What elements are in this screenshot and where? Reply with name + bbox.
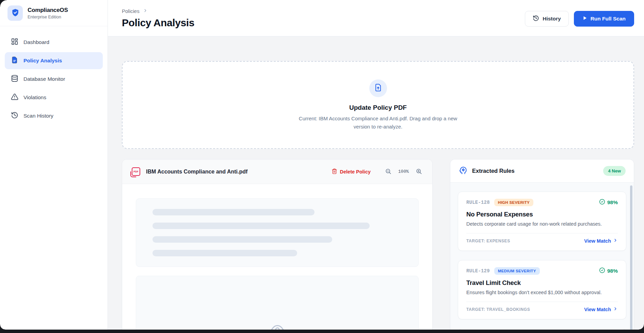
pdf-page-skeleton — [136, 276, 419, 333]
sidebar: ComplianceOS Enterprise Edition Dashboar… — [0, 0, 108, 333]
history-icon — [11, 111, 18, 120]
brand: ComplianceOS Enterprise Edition — [0, 0, 108, 26]
rule-target: TARGET: EXPENSES — [466, 239, 510, 243]
alert-triangle-icon — [11, 93, 18, 102]
breadcrumb-policies[interactable]: Policies — [122, 8, 140, 14]
chevron-right-icon — [613, 306, 618, 312]
window-corner — [0, 324, 5, 330]
file-upload-icon — [374, 84, 382, 93]
divider — [466, 233, 618, 233]
zoom-out-icon — [385, 168, 391, 176]
window-corner — [0, 0, 7, 7]
rule-title: No Personal Expenses — [466, 211, 618, 218]
confidence-score: 98% — [599, 199, 618, 206]
delete-policy-button[interactable]: Delete Policy — [332, 168, 371, 175]
divider — [466, 302, 618, 302]
new-rules-badge: 4 New — [603, 166, 626, 176]
severity-badge: MEDIUM SEVERITY — [494, 267, 540, 275]
sidebar-item-policy-analysis[interactable]: Policy Analysis — [5, 52, 103, 69]
file-text-icon — [11, 56, 18, 65]
sidebar-item-scan-history[interactable]: Scan History — [5, 107, 103, 124]
rules-panel-title: Extracted Rules — [472, 168, 598, 174]
ai-brain-icon — [458, 166, 467, 176]
skeleton-line — [152, 223, 370, 229]
history-button[interactable]: History — [525, 11, 568, 27]
page-title: Policy Analysis — [122, 17, 194, 29]
pdf-viewer-toolbar: PDF IBM Accounts Compliance and Anti.pdf… — [122, 160, 432, 184]
rule-description: Detects corporate card usage for non-wor… — [466, 221, 618, 228]
rule-card: RULE-128 HIGH SEVERITY 98% No Personal E… — [458, 192, 626, 251]
sidebar-item-violations[interactable]: Violations — [5, 89, 103, 106]
app-window: ComplianceOS Enterprise Edition Dashboar… — [0, 0, 644, 333]
sidebar-item-database-monitor[interactable]: Database Monitor — [5, 71, 103, 88]
extracted-rules-panel: Extracted Rules 4 New RULE-128 HIGH SEVE… — [450, 159, 634, 333]
confidence-score: 98% — [599, 267, 618, 275]
sidebar-item-label: Database Monitor — [23, 76, 65, 82]
confidence-value: 98% — [607, 199, 618, 206]
run-full-scan-label: Run Full Scan — [591, 16, 626, 22]
main-area: Policies Policy Analysis History — [108, 0, 644, 333]
rules-panel-header: Extracted Rules 4 New — [450, 160, 634, 183]
sidebar-nav: Dashboard Policy Analysis Database Monit… — [0, 26, 108, 133]
app-edition: Enterprise Edition — [28, 15, 68, 19]
severity-badge: HIGH SEVERITY — [494, 199, 533, 206]
view-match-label: View Match — [584, 307, 611, 312]
window-bottom-edge — [0, 330, 644, 333]
sidebar-item-dashboard[interactable]: Dashboard — [5, 34, 103, 51]
upload-dropzone[interactable]: Update Policy PDF Current: IBM Accounts … — [122, 61, 634, 149]
view-match-link[interactable]: View Match — [584, 306, 618, 312]
pdf-file-icon: PDF — [132, 167, 140, 176]
chevron-right-icon — [613, 238, 618, 244]
delete-policy-label: Delete Policy — [340, 169, 371, 175]
sidebar-item-label: Policy Analysis — [23, 58, 62, 64]
history-icon — [533, 15, 539, 23]
window-corner — [639, 324, 644, 330]
sidebar-item-label: Dashboard — [23, 39, 49, 45]
run-full-scan-button[interactable]: Run Full Scan — [574, 11, 634, 27]
dropzone-title: Update Policy PDF — [349, 104, 407, 111]
view-match-label: View Match — [584, 238, 611, 244]
zoom-in-icon — [416, 168, 422, 176]
database-icon — [11, 75, 18, 84]
play-icon — [582, 16, 587, 22]
rule-card: RULE-129 MEDIUM SEVERITY 98% Travel Limi… — [458, 260, 626, 319]
dashboard-icon — [11, 38, 18, 47]
rule-target: TARGET: TRAVEL_BOOKINGS — [466, 307, 530, 312]
sidebar-item-label: Violations — [23, 94, 46, 101]
shield-check-icon — [11, 8, 20, 18]
dropzone-description: Current: IBM Accounts Compliance and Ant… — [298, 115, 458, 131]
sidebar-item-label: Scan History — [23, 113, 53, 119]
confidence-value: 98% — [607, 268, 618, 274]
rules-list: RULE-128 HIGH SEVERITY 98% No Personal E… — [450, 183, 634, 333]
view-match-link[interactable]: View Match — [584, 238, 618, 244]
skeleton-line — [152, 250, 297, 256]
brand-logo — [7, 5, 23, 21]
rule-id: RULE-128 — [466, 200, 490, 205]
pdf-page-skeleton — [136, 198, 419, 267]
rule-title: Travel Limit Check — [466, 279, 618, 287]
chevron-right-icon — [143, 8, 148, 14]
rule-id: RULE-129 — [466, 268, 490, 274]
rules-scrollbar[interactable] — [630, 185, 632, 333]
trash-icon — [332, 168, 337, 175]
badge-check-icon — [599, 199, 605, 206]
pdf-viewer-card: PDF IBM Accounts Compliance and Anti.pdf… — [122, 159, 433, 333]
pdf-page-view — [122, 184, 432, 333]
page-header: Policies Policy Analysis History — [108, 0, 644, 36]
badge-check-icon — [599, 267, 605, 275]
zoom-out-button[interactable] — [384, 167, 392, 176]
upload-icon-circle — [369, 79, 387, 97]
rule-description: Ensures flight bookings don't exceed $1,… — [466, 289, 618, 296]
history-button-label: History — [543, 16, 561, 22]
zoom-in-button[interactable] — [415, 167, 423, 176]
skeleton-line — [152, 209, 315, 215]
breadcrumb[interactable]: Policies — [122, 8, 194, 14]
content-area: Update Policy PDF Current: IBM Accounts … — [108, 36, 644, 333]
zoom-level: 100% — [398, 169, 409, 174]
skeleton-line — [152, 236, 332, 243]
pdf-filename: IBM Accounts Compliance and Anti.pdf — [146, 169, 247, 175]
app-name: ComplianceOS — [28, 7, 68, 14]
